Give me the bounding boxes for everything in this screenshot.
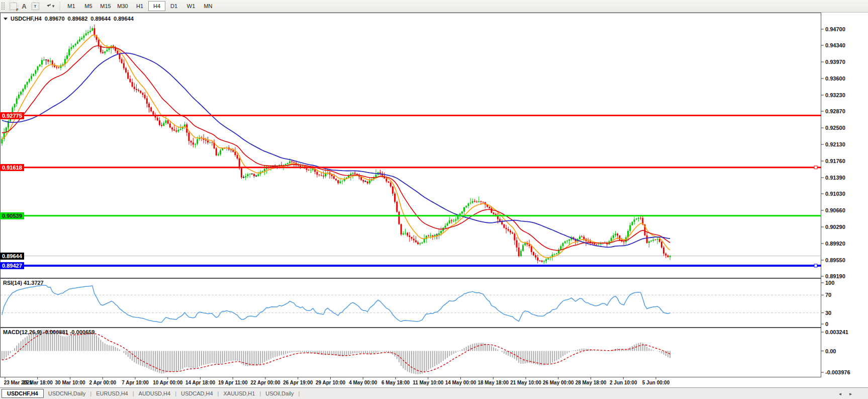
main-chart-panel[interactable] bbox=[0, 13, 821, 278]
ohlc-open: 0.89670 bbox=[45, 16, 65, 22]
text-label-icon[interactable]: A bbox=[19, 1, 30, 11]
macd-axis-tick: -0.003976 bbox=[825, 369, 850, 375]
price-axis-tick: 0.93970 bbox=[825, 59, 845, 65]
price-axis-tick: 0.89190 bbox=[825, 273, 845, 279]
macd-axis-tick: 0.003241 bbox=[825, 329, 848, 335]
rsi-axis-tick: 100 bbox=[825, 280, 834, 286]
macd-axis-tick: 0.00 bbox=[825, 348, 836, 354]
date-axis-label: 28 May 18:00 bbox=[575, 380, 607, 385]
chart-symbol-timeframe: USDCHF,H4 bbox=[11, 16, 42, 22]
macd-indicator-panel[interactable] bbox=[0, 328, 821, 377]
date-axis-label: 21 May 10:00 bbox=[510, 380, 541, 385]
price-axis-tick: 0.94700 bbox=[825, 26, 845, 32]
price-axis-tick: 0.90290 bbox=[825, 224, 845, 230]
date-axis-label: 5 Jun 00:00 bbox=[642, 380, 669, 385]
rsi-indicator-panel[interactable] bbox=[0, 278, 821, 328]
timeframe-button-m1[interactable]: M1 bbox=[63, 1, 80, 11]
timeframe-button-m5[interactable]: M5 bbox=[80, 1, 97, 11]
chart-tab-usdchf-h4[interactable]: USDCHF,H4 bbox=[2, 389, 44, 398]
timeframe-button-m30[interactable]: M30 bbox=[114, 1, 131, 11]
price-axis-tick: 0.92870 bbox=[825, 108, 845, 114]
price-axis-tick: 0.91760 bbox=[825, 158, 845, 164]
date-axis-label: 23 Mar 2021 bbox=[4, 380, 33, 385]
timeframe-button-mn[interactable]: MN bbox=[200, 1, 217, 11]
pattern-fill-letter: F bbox=[16, 8, 18, 12]
chart-tab-eurusd-h4[interactable]: EURUSD,H4 bbox=[91, 390, 133, 396]
timeframe-button-h4[interactable]: H4 bbox=[148, 1, 165, 11]
pattern-fill-icon[interactable]: F bbox=[8, 1, 19, 11]
date-axis-label: 18 May 18:00 bbox=[477, 380, 509, 385]
chart-tab-xauusd-h1[interactable]: XAUUSD,H1 bbox=[219, 390, 259, 396]
chart-tab-usdcnh-daily[interactable]: USDCNH,Daily bbox=[44, 390, 90, 396]
tab-scroll-right-icon[interactable]: ▸ bbox=[849, 391, 852, 396]
price-axis-tick: 0.92500 bbox=[825, 125, 845, 131]
price-axis-tick: 0.91390 bbox=[825, 175, 845, 181]
ohlc-close: 0.89644 bbox=[114, 16, 134, 22]
chevron-down-icon: ▾ bbox=[52, 4, 55, 9]
tab-scroll-left-icon[interactable]: ◂ bbox=[839, 391, 841, 396]
chart-title: USDCHF,H4 0.89670 0.89682 0.89644 0.8964… bbox=[4, 16, 134, 22]
date-axis-label: 4 May 00:00 bbox=[349, 380, 377, 385]
date-axis-label: 26 May 00:00 bbox=[543, 380, 574, 385]
date-axis-label: 26 Apr 19:00 bbox=[283, 380, 313, 385]
chart-tab-usoil-daily[interactable]: USOil,Daily bbox=[261, 390, 298, 396]
text-box-frame: T bbox=[32, 3, 39, 10]
date-axis-label: 6 May 18:00 bbox=[381, 380, 410, 385]
price-axis-tick: 0.89920 bbox=[825, 241, 845, 247]
arrow-objects-icon[interactable]: ▾ bbox=[41, 1, 58, 11]
date-axis-label: 30 Mar 10:00 bbox=[55, 380, 85, 385]
text-box-icon[interactable]: T bbox=[30, 1, 41, 11]
tab-separator: | bbox=[299, 390, 300, 396]
date-axis-label: 29 Apr 10:00 bbox=[316, 380, 345, 385]
price-axis-tick: 0.91030 bbox=[825, 191, 845, 197]
date-axis-label: 2 Apr 00:00 bbox=[89, 380, 116, 385]
toolbar-separator bbox=[60, 2, 61, 11]
chart-tab-audusd-h4[interactable]: AUDUSD,H4 bbox=[134, 390, 175, 396]
price-axis-tick: 0.93230 bbox=[825, 92, 845, 98]
date-axis-label: 2 Jun 10:00 bbox=[610, 380, 637, 385]
timeframe-button-w1[interactable]: W1 bbox=[182, 1, 200, 11]
timeframe-button-m15[interactable]: M15 bbox=[97, 1, 114, 11]
chart-tab-bar: USDCHF,H4USDCNH,Daily|EURUSD,H4|AUDUSD,H… bbox=[0, 387, 868, 399]
ohlc-low: 0.89644 bbox=[90, 16, 111, 22]
macd-label: MACD(12,26,9) -0.000881 -0.000659 bbox=[3, 329, 94, 335]
price-axis-tick: 0.89550 bbox=[825, 257, 845, 263]
date-axis-label: 14 Apr 18:00 bbox=[185, 380, 215, 385]
toolbar-drag-grip[interactable] bbox=[1, 2, 6, 10]
price-axis-tick: 0.92130 bbox=[825, 141, 845, 147]
date-axis-label: 25 Mar 18:00 bbox=[23, 380, 53, 385]
timeframe-button-h1[interactable]: H1 bbox=[131, 1, 148, 11]
arrows-glyph bbox=[44, 3, 52, 10]
date-axis-label: 11 May 10:00 bbox=[413, 380, 443, 385]
date-axis-label: 7 Apr 10:00 bbox=[122, 380, 149, 385]
timeframe-button-d1[interactable]: D1 bbox=[165, 1, 182, 11]
price-axis-tick: 0.94340 bbox=[825, 42, 845, 48]
chart-tab-usdcad-h4[interactable]: USDCAD,H4 bbox=[176, 390, 218, 396]
date-axis-label: 22 Apr 00:00 bbox=[250, 380, 280, 385]
pattern-fill-box: F bbox=[10, 3, 17, 10]
price-axis-tick: 0.90660 bbox=[825, 207, 845, 213]
rsi-axis-tick: 70 bbox=[825, 292, 831, 298]
tab-scroll-arrows: ◂ ▸ bbox=[839, 391, 868, 396]
symbol-dropdown-icon[interactable] bbox=[4, 18, 8, 20]
ohlc-high: 0.89682 bbox=[68, 16, 88, 22]
date-axis-label: 10 Apr 00:00 bbox=[153, 380, 182, 385]
rsi-axis-tick: 0 bbox=[825, 321, 828, 327]
rsi-axis-tick: 30 bbox=[825, 310, 831, 316]
date-axis-label: 14 May 00:00 bbox=[445, 380, 476, 385]
timeframe-button-group: M1M5M15M30H1H4D1W1MN bbox=[63, 1, 217, 11]
toolbar: F A T ▾ M1M5M15M30H1H4D1W1MN bbox=[0, 0, 868, 13]
price-axis-tick: 0.93600 bbox=[825, 75, 845, 82]
rsi-label: RSI(14) 41.3727 bbox=[3, 280, 44, 286]
date-axis-label: 19 Apr 11:00 bbox=[218, 380, 248, 385]
terminal-window: F A T ▾ M1M5M15M30H1H4D1W1MN USDCHF,H4 0… bbox=[0, 0, 868, 399]
tab-items: USDCHF,H4USDCNH,Daily|EURUSD,H4|AUDUSD,H… bbox=[0, 389, 300, 398]
